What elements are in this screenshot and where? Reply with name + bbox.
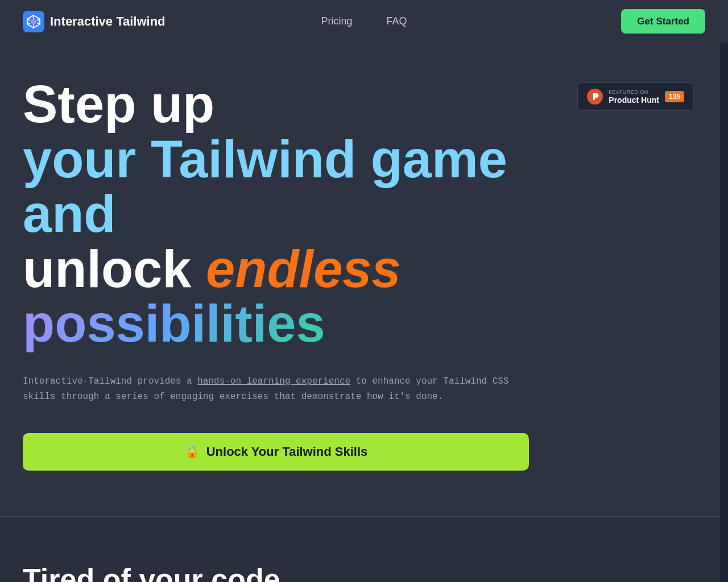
hero-desc-part1: Interactive-Tailwind provides a (23, 376, 197, 386)
ph-featured-label: FEATURED ON (609, 89, 659, 95)
unlock-button-label: Unlock Your Tailwind Skills (206, 444, 368, 459)
hero-heading-line3: unlock endless possibilities (23, 242, 563, 351)
second-heading: Tired of your code looking like black ma… (23, 563, 336, 582)
product-hunt-text: FEATURED ON Product Hunt (609, 89, 659, 105)
ph-count-badge: 135 (665, 91, 684, 102)
product-hunt-badge[interactable]: FEATURED ON Product Hunt 135 (577, 82, 694, 111)
product-hunt-icon (587, 89, 603, 105)
hero-heading-line1: Step up (23, 77, 563, 132)
hero-section: Step up your Tailwind game and unlock en… (0, 43, 728, 516)
nav-faq[interactable]: FAQ (387, 15, 407, 27)
navbar-cta-area: Get Started (621, 16, 705, 27)
get-started-button[interactable]: Get Started (621, 9, 705, 34)
brand-name-text: Interactive Tailwind (50, 14, 166, 29)
hero-word-unlock: unlock (23, 240, 206, 298)
brand-logo-icon (23, 11, 44, 32)
second-section: Tired of your code looking like black ma… (0, 517, 728, 582)
hero-heading-line2: your Tailwind game and (23, 132, 563, 242)
brand-link[interactable]: Interactive Tailwind (23, 11, 166, 32)
hero-word-endless: endless (206, 240, 401, 298)
hero-desc-link[interactable]: hands-on learning experience (197, 376, 350, 386)
hero-word-possibilities: possibilities (23, 294, 325, 352)
hero-description: Interactive-Tailwind provides a hands-on… (23, 374, 523, 405)
unlock-button[interactable]: 🔒 Unlock Your Tailwind Skills (23, 433, 529, 471)
hero-heading: Step up your Tailwind game and unlock en… (23, 77, 563, 351)
main-nav: Pricing FAQ (321, 15, 407, 27)
ph-name-label: Product Hunt (609, 95, 659, 105)
lock-icon: 🔒 (184, 444, 200, 459)
navbar: Interactive Tailwind Pricing FAQ Get Sta… (0, 0, 728, 43)
svg-point-1 (31, 19, 36, 24)
nav-pricing[interactable]: Pricing (321, 15, 352, 27)
